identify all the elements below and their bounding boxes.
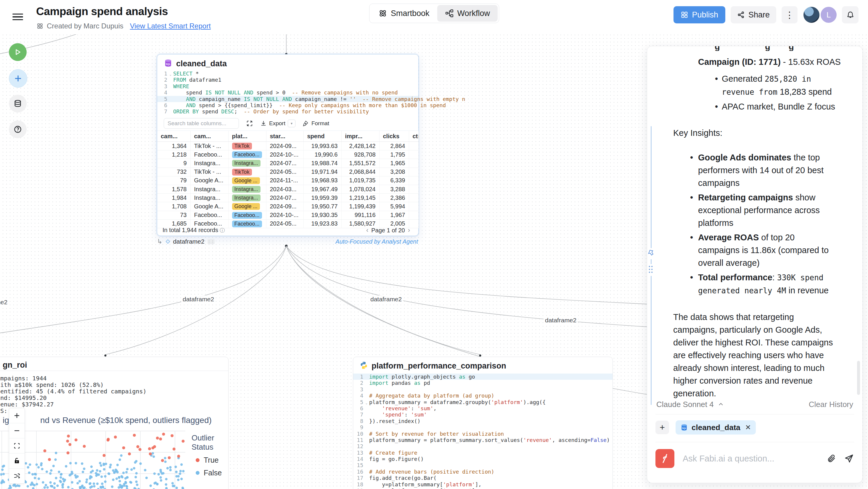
export-button[interactable]: Export ▾ <box>260 120 296 127</box>
column-header[interactable]: clicks <box>379 131 409 142</box>
format-button[interactable]: Format <box>303 120 329 127</box>
code-line[interactable]: 7ORDER BY spend DESC; -- Order by spend … <box>157 108 418 115</box>
data-sources-button[interactable] <box>9 95 27 113</box>
table-row[interactable]: 1,578Instagra...Instagra...2024-03...19,… <box>157 185 418 193</box>
column-header[interactable]: plat... <box>228 131 266 142</box>
fold-chevron-icon[interactable]: ⌄ <box>365 400 367 406</box>
publish-button[interactable]: Publish <box>674 6 725 23</box>
column-header[interactable]: spend <box>304 131 341 142</box>
fit-view-button[interactable] <box>9 438 25 454</box>
code-line[interactable]: 12 <box>353 443 613 449</box>
share-button[interactable]: Share <box>731 6 776 23</box>
lock-button[interactable] <box>9 454 25 468</box>
code-line[interactable]: 16# Add revenue bars (positive direction… <box>353 468 613 475</box>
zoom-out-button[interactable] <box>9 423 25 438</box>
column-header[interactable]: cam... <box>157 131 190 142</box>
table-row[interactable]: 732TikTok - ...TikTok2024-05...19,971.94… <box>157 167 418 176</box>
column-header[interactable]: star... <box>266 131 304 142</box>
code-line[interactable]: 17fig.add_trace(go.Bar( <box>353 475 613 481</box>
code-line[interactable]: 1⌄SELECT * <box>157 70 418 77</box>
code-line[interactable]: 3WHERE <box>157 83 418 89</box>
table-row[interactable]: 1,708Google A...Google ...2024-09...19,9… <box>157 202 418 211</box>
code-line[interactable]: 9 <box>353 424 613 430</box>
panel-scrollbar[interactable] <box>857 361 860 395</box>
add-node-button[interactable] <box>9 69 27 88</box>
column-header[interactable]: cam... <box>190 131 228 142</box>
column-header[interactable]: ctr <box>409 131 418 142</box>
pin-message-icon[interactable] <box>647 248 655 259</box>
code-line[interactable]: 3 <box>353 386 613 393</box>
code-line[interactable]: 8}).reset_index() <box>353 418 613 424</box>
user-avatar-photo[interactable] <box>803 6 820 23</box>
export-dropdown-chevron[interactable]: ▾ <box>288 120 296 127</box>
next-page-button[interactable]: › <box>405 226 413 234</box>
legend-item-false[interactable]: False <box>196 468 228 477</box>
node-platform-performance-comparison[interactable]: platform_performance_comparison 1import … <box>353 357 613 489</box>
run-workflow-button[interactable] <box>9 43 27 61</box>
code-line[interactable]: 10# Sort by revenue for better visualiza… <box>353 431 613 437</box>
roi-node-handle-top[interactable] <box>104 355 106 357</box>
canvas-controls[interactable] <box>9 408 25 484</box>
code-line[interactable]: 4# Aggregate data by platform (ad group) <box>353 393 613 399</box>
code-line[interactable]: 6 'revenue': 'sum', <box>353 405 613 411</box>
search-table-columns-input[interactable] <box>164 118 239 129</box>
remove-context-icon[interactable]: ✕ <box>745 423 751 432</box>
collaborator-avatar[interactable]: L <box>820 7 837 23</box>
shuffle-button[interactable] <box>9 468 25 483</box>
table-row[interactable]: 79Google A...Google ...2024-11-...19,968… <box>157 176 418 185</box>
code-line[interactable]: 5 AND campaign_name IS NOT NULL AND camp… <box>157 96 418 102</box>
code-line[interactable]: 5⌄platform_summary = dataframe2.groupby(… <box>353 399 613 405</box>
code-line[interactable]: 19 x=platform_summary['revenue'], <box>353 488 613 489</box>
code-line[interactable]: 4 spend IS NOT NULL AND spend > 0 -- Rem… <box>157 89 418 96</box>
drag-handle-icon[interactable]: ⋮⋮ <box>208 239 215 244</box>
model-selector[interactable]: Claude Sonnet 4 <box>656 400 724 409</box>
code-line[interactable]: 2import pandas as pd <box>353 380 613 386</box>
result-table[interactable]: cam...cam...plat...star...spendimpr...cl… <box>157 130 418 228</box>
ask-fabi-input[interactable] <box>682 454 819 464</box>
legend-label-true: True <box>204 456 218 464</box>
chart-legend[interactable]: Outlier Status True False <box>191 433 228 477</box>
zoom-in-button[interactable] <box>9 408 25 423</box>
node-campaign-roi[interactable]: gn_roi mpaigns: 1944ith ≥$10k spend: 102… <box>0 357 228 489</box>
table-row[interactable]: 9Instagra...Instagra...2024-07...19,988.… <box>157 159 418 167</box>
code-line[interactable]: 11platform_summary = platform_summary.so… <box>353 437 613 443</box>
code-line[interactable]: 15 <box>353 462 613 468</box>
attachment-icon[interactable] <box>827 454 836 463</box>
notifications-button[interactable] <box>842 6 859 23</box>
help-button[interactable] <box>9 120 27 138</box>
output-dataframe-label[interactable]: dataframe2 <box>173 238 204 245</box>
code-line[interactable]: 1import plotly.graph_objects as go <box>353 373 613 380</box>
mode-toggle[interactable]: Smartbook Workflow <box>369 4 499 23</box>
table-row[interactable]: 1,984Instagra...Instagra...2024-07...19,… <box>157 193 418 202</box>
python-node-handle-top[interactable] <box>479 355 482 357</box>
column-header[interactable]: impr... <box>341 131 379 142</box>
tab-workflow[interactable]: Workflow <box>437 5 498 22</box>
code-line[interactable]: 2FROM dataframe1 <box>157 77 418 83</box>
expand-table-button[interactable] <box>246 120 253 127</box>
view-latest-smart-report-link[interactable]: View Latest Smart Report <box>130 22 211 30</box>
python-code-editor[interactable]: 1import plotly.graph_objects as go2impor… <box>353 373 613 489</box>
menu-button[interactable] <box>12 12 23 21</box>
assistant-panel[interactable]: ggg Campaign (ID: 1771) - 15.63x ROAS Ge… <box>647 46 863 483</box>
fold-chevron-icon[interactable]: ⌄ <box>169 71 172 78</box>
more-options-button[interactable]: ⋮ <box>781 6 798 23</box>
legend-item-true[interactable]: True <box>196 456 228 464</box>
code-line[interactable]: 6 AND spend > {{spend_limit}} -- Keep on… <box>157 102 418 108</box>
code-line[interactable]: 13# Create figure <box>353 450 613 456</box>
node-cleaned-data[interactable]: SQL cleaned_data 1⌄SELECT *2FROM datafra… <box>157 54 418 236</box>
send-icon[interactable] <box>844 454 854 463</box>
code-line[interactable]: 14fig = go.Figure() <box>353 456 613 462</box>
sql-code-editor[interactable]: 1⌄SELECT *2FROM dataframe13WHERE4 spend … <box>157 70 418 115</box>
table-row[interactable]: 1,364TikTok - ...TikTok2024-09...19,993.… <box>157 142 418 150</box>
add-context-button[interactable]: + <box>655 421 669 434</box>
prev-page-button[interactable]: ‹ <box>363 226 371 234</box>
code-line[interactable]: 18 y=platform_summary['platform'], <box>353 481 613 488</box>
auto-focus-note: Auto-Focused by Analyst Agent <box>335 238 418 245</box>
clear-history-button[interactable]: Clear History <box>809 400 853 409</box>
drag-message-icon[interactable] <box>647 264 654 276</box>
table-row[interactable]: 1,218Faceboo...Faceboo...2024-10-...19,9… <box>157 150 418 159</box>
table-row[interactable]: 73Faceboo...Faceboo...2024-10-...19,930.… <box>157 211 418 219</box>
tab-smartbook[interactable]: Smartbook <box>371 5 437 22</box>
code-line[interactable]: 7 'spend': 'sum' <box>353 411 613 418</box>
context-chip-cleaned-data[interactable]: SQL cleaned_data ✕ <box>676 420 756 434</box>
